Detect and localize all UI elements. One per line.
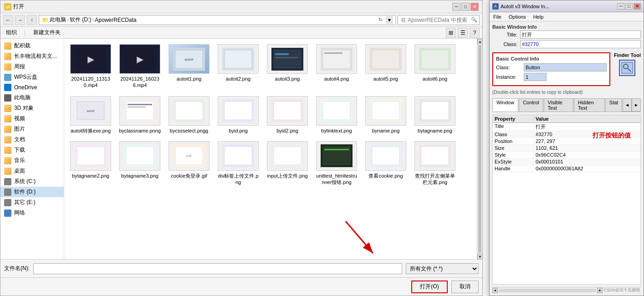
sidebar-item-zhoubao[interactable]: 周报 — [0, 61, 64, 72]
close-button[interactable]: ✕ — [470, 3, 479, 11]
sidebar-item-downloads[interactable]: 下载 — [0, 145, 64, 155]
table-row[interactable]: ExStyle 0x00010101 — [493, 158, 640, 165]
tab-window[interactable]: Window — [492, 98, 518, 112]
svg-rect-17 — [372, 50, 399, 68]
autoit-menu-options[interactable]: Options — [507, 14, 528, 20]
autoit-close[interactable]: ✕ — [634, 3, 641, 10]
filename-input[interactable] — [33, 263, 402, 274]
new-folder-button[interactable]: 新建文件夹 — [31, 28, 63, 37]
view-large-icons[interactable]: ⊞ — [446, 28, 456, 38]
properties-table: Property Value Title 打开 Class #32770 Pos… — [492, 115, 641, 285]
scroll-right-button[interactable]: ► — [597, 288, 603, 293]
tab-stat[interactable]: Stat — [605, 98, 623, 112]
file-item[interactable]: bytagname.png — [412, 94, 458, 136]
h-scroll-thumb[interactable] — [499, 289, 596, 292]
refresh-button[interactable]: ↻ — [376, 16, 384, 24]
file-item[interactable]: 查看cookie.png — [363, 139, 409, 188]
filetype-select[interactable]: 所有文件 (*.*) — [406, 263, 479, 274]
table-row[interactable]: Size 1102, 621 — [493, 145, 640, 152]
file-item[interactable]: bylinktext.png — [314, 94, 359, 136]
scroll-thumb[interactable] — [478, 45, 481, 253]
scroll-left-button[interactable]: ◄ — [492, 288, 498, 293]
sidebar-item-desktop[interactable]: 桌面 — [0, 166, 64, 176]
help-button[interactable]: ? — [470, 28, 480, 38]
back-button[interactable]: ← — [3, 15, 13, 25]
autoit-menu-file[interactable]: File — [491, 14, 503, 20]
sidebar-item-music[interactable]: 音乐 — [0, 155, 64, 166]
file-item[interactable]: ▶ 20241120_113130.mp4 — [68, 42, 113, 91]
sidebar-item-this-pc[interactable]: 此电脑 — [0, 92, 64, 103]
sidebar-label: 软件 (D:) — [14, 188, 36, 196]
file-item[interactable]: bytagname2.png — [68, 139, 113, 188]
sidebar-item-docs[interactable]: 文档 — [0, 134, 64, 145]
file-item[interactable]: autoit autoit1.png — [166, 42, 212, 91]
sidebar-item-e-drive[interactable]: 其它 (E:) — [0, 197, 64, 208]
file-item[interactable]: byname.png — [363, 94, 409, 136]
autoit-menu-help[interactable]: Help — [532, 14, 546, 20]
sidebar-item-peijizai[interactable]: 配积载 — [0, 41, 64, 51]
up-button[interactable]: ↑ — [27, 15, 37, 25]
open-button[interactable]: 打开(O) — [411, 281, 448, 293]
sidebar-item-pictures[interactable]: 图片 — [0, 124, 64, 134]
vertical-scrollbar[interactable]: ▲ ▼ — [477, 39, 482, 259]
file-item[interactable]: autoit6.png — [412, 42, 458, 91]
file-item[interactable]: byid2.png — [265, 94, 310, 136]
file-item[interactable]: autoit autoit转换exe.png — [68, 94, 113, 136]
control-class-input[interactable] — [524, 63, 607, 71]
tab-control[interactable]: Control — [519, 98, 543, 112]
sidebar-item-c-drive[interactable]: 系统 (C:) — [0, 176, 64, 187]
dropdown-button[interactable]: ▼ — [386, 15, 393, 25]
sidebar-item-changfeng[interactable]: 长丰物流相关文... — [0, 51, 64, 61]
view-details[interactable]: ☰ — [458, 28, 468, 38]
forward-button[interactable]: → — [15, 15, 25, 25]
file-item[interactable]: byid.png — [215, 94, 261, 136]
file-item[interactable]: ▶ 20241126_160236.mp4 — [117, 42, 163, 91]
file-item[interactable]: autoit3.png — [265, 42, 310, 91]
sidebar-item-videos[interactable]: 视频 — [0, 113, 64, 124]
property-cell: Handle — [493, 166, 534, 171]
maximize-button[interactable]: □ — [461, 3, 470, 11]
file-name: autoit3.png — [275, 76, 300, 82]
table-row[interactable]: Style 0x96CC02C4 — [493, 152, 640, 158]
file-item[interactable]: autoit2.png — [215, 42, 261, 91]
tab-scroll-right[interactable]: ► — [632, 98, 641, 112]
scroll-up-button[interactable]: ▲ — [477, 39, 482, 44]
table-row[interactable]: Title 打开 — [493, 123, 640, 131]
horizontal-scrollbar[interactable]: ◄ ► CSDN@买个瓜摘明 — [492, 287, 641, 293]
sidebar-item-wps[interactable]: WPS云盘 — [0, 72, 64, 82]
svg-rect-40 — [77, 147, 104, 165]
minimize-button[interactable]: ─ — [452, 3, 460, 11]
autoit-window: A AutoIt v3 Window In... ─ □ ✕ File Opti… — [489, 0, 644, 296]
file-thumbnail — [316, 44, 357, 74]
file-item[interactable]: autoit5.png — [363, 42, 409, 91]
finder-tool-box[interactable] — [619, 60, 635, 76]
sidebar-item-network[interactable]: 网络 — [0, 208, 64, 218]
file-item[interactable]: byclassname.pnng — [117, 94, 163, 136]
class-input[interactable] — [520, 40, 641, 48]
sidebar-item-onedrive[interactable]: OneDrive — [0, 82, 64, 92]
autoit-maximize[interactable]: □ — [625, 3, 633, 10]
file-item[interactable]: input上传文件.png — [265, 139, 310, 188]
file-item[interactable]: unittest_htmltestrunner报错.png — [314, 139, 359, 188]
cancel-button[interactable]: 取消 — [451, 281, 479, 293]
network-icon — [4, 209, 11, 217]
autoit-minimize[interactable]: ─ — [617, 3, 624, 10]
tab-hidden-text[interactable]: Hidden Text — [574, 98, 605, 112]
sidebar-item-d-drive[interactable]: 软件 (D:) — [0, 187, 64, 197]
file-item[interactable]: bycssselect.pngg — [166, 94, 212, 136]
search-input[interactable] — [401, 17, 469, 23]
tab-scroll-left[interactable]: ◄ — [623, 98, 632, 112]
tab-visible-text[interactable]: Visible Text — [544, 98, 573, 112]
file-item[interactable]: 查找打开左侧菜单栏元素.png — [412, 139, 458, 188]
file-item[interactable]: GIF cookie免登录.gif — [166, 139, 212, 188]
file-item[interactable]: bytagname3.png — [117, 139, 163, 188]
organize-menu[interactable]: 组织 — [3, 28, 20, 37]
title-input[interactable] — [520, 31, 641, 39]
address-bar[interactable]: 📁 此电脑 › 软件 (D:) › ApowerRECData ↻ ▼ — [39, 15, 396, 25]
file-item[interactable]: div标签上传文件.png — [215, 139, 261, 188]
table-row[interactable]: Handle 0x000000000361A82 — [493, 165, 640, 172]
scroll-down-button[interactable]: ▼ — [477, 254, 482, 259]
sidebar-item-3d[interactable]: 3D 对象 — [0, 103, 64, 113]
control-instance-input[interactable] — [524, 73, 547, 81]
file-item[interactable]: autoit4.png — [314, 42, 359, 91]
